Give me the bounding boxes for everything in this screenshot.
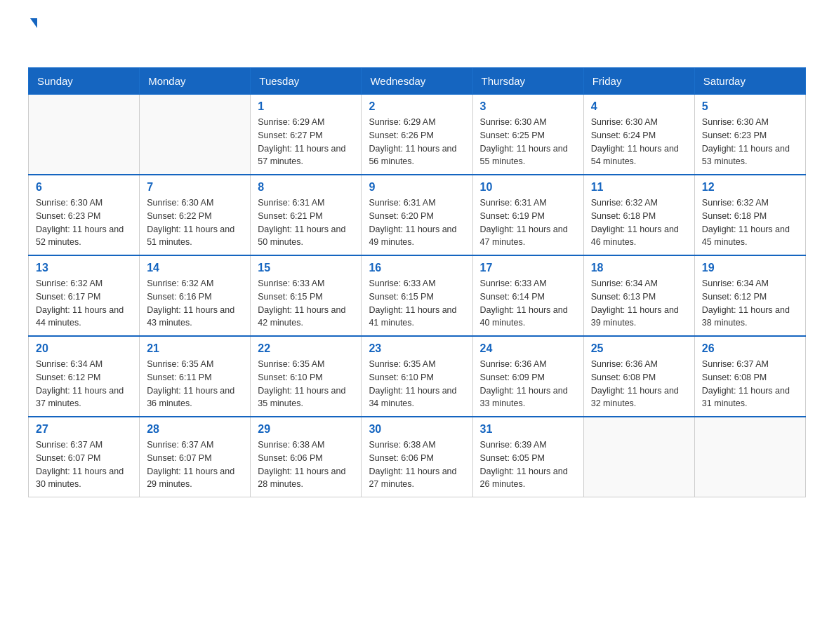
day-number: 6 [36, 181, 132, 194]
calendar-cell: 18Sunrise: 6:34 AMSunset: 6:13 PMDayligh… [583, 255, 694, 336]
calendar-week-5: 27Sunrise: 6:37 AMSunset: 6:07 PMDayligh… [29, 417, 806, 497]
calendar-cell: 16Sunrise: 6:33 AMSunset: 6:15 PMDayligh… [362, 255, 472, 336]
day-info: Sunrise: 6:29 AMSunset: 6:27 PMDaylight:… [258, 116, 354, 168]
calendar-cell: 9Sunrise: 6:31 AMSunset: 6:20 PMDaylight… [362, 175, 472, 255]
calendar-cell [29, 95, 140, 175]
calendar-cell [583, 417, 694, 497]
day-info: Sunrise: 6:33 AMSunset: 6:15 PMDaylight:… [258, 277, 354, 330]
header-cell-sunday: Sunday [29, 68, 140, 95]
calendar-week-2: 6Sunrise: 6:30 AMSunset: 6:23 PMDaylight… [29, 175, 806, 255]
day-info: Sunrise: 6:34 AMSunset: 6:12 PMDaylight:… [36, 358, 132, 410]
day-number: 27 [36, 423, 132, 436]
calendar-cell: 5Sunrise: 6:30 AMSunset: 6:23 PMDaylight… [694, 95, 805, 175]
day-number: 4 [591, 100, 687, 113]
logo-blue-text [28, 31, 31, 53]
calendar-cell: 15Sunrise: 6:33 AMSunset: 6:15 PMDayligh… [251, 255, 362, 336]
day-info: Sunrise: 6:32 AMSunset: 6:16 PMDaylight:… [147, 277, 243, 330]
day-info: Sunrise: 6:37 AMSunset: 6:07 PMDaylight:… [147, 438, 243, 491]
calendar-cell: 24Sunrise: 6:36 AMSunset: 6:09 PMDayligh… [472, 336, 583, 417]
day-info: Sunrise: 6:37 AMSunset: 6:08 PMDaylight:… [702, 358, 798, 410]
calendar-cell: 12Sunrise: 6:32 AMSunset: 6:18 PMDayligh… [694, 175, 805, 255]
day-number: 31 [480, 423, 576, 436]
calendar-week-1: 1Sunrise: 6:29 AMSunset: 6:27 PMDaylight… [29, 95, 806, 175]
day-number: 8 [258, 181, 354, 194]
calendar-cell: 30Sunrise: 6:38 AMSunset: 6:06 PMDayligh… [362, 417, 472, 497]
day-number: 18 [591, 262, 687, 274]
day-number: 2 [369, 100, 465, 113]
day-number: 15 [258, 262, 354, 274]
header-cell-saturday: Saturday [694, 68, 805, 95]
calendar-header: SundayMondayTuesdayWednesdayThursdayFrid… [29, 68, 806, 95]
calendar-cell: 13Sunrise: 6:32 AMSunset: 6:17 PMDayligh… [29, 255, 140, 336]
header-row: SundayMondayTuesdayWednesdayThursdayFrid… [29, 68, 806, 95]
calendar-cell: 2Sunrise: 6:29 AMSunset: 6:26 PMDaylight… [362, 95, 472, 175]
day-number: 23 [369, 342, 465, 355]
day-number: 12 [702, 181, 798, 194]
day-number: 29 [258, 423, 354, 436]
header-cell-friday: Friday [583, 68, 694, 95]
day-number: 30 [369, 423, 465, 436]
day-number: 20 [36, 342, 132, 355]
day-info: Sunrise: 6:31 AMSunset: 6:21 PMDaylight:… [258, 196, 354, 249]
day-number: 26 [702, 342, 798, 355]
day-number: 24 [480, 342, 576, 355]
day-info: Sunrise: 6:36 AMSunset: 6:08 PMDaylight:… [591, 358, 687, 410]
calendar-cell [694, 417, 805, 497]
calendar-cell: 1Sunrise: 6:29 AMSunset: 6:27 PMDaylight… [251, 95, 362, 175]
day-info: Sunrise: 6:38 AMSunset: 6:06 PMDaylight:… [258, 438, 354, 491]
calendar-cell: 28Sunrise: 6:37 AMSunset: 6:07 PMDayligh… [140, 417, 251, 497]
day-number: 13 [36, 262, 132, 274]
day-info: Sunrise: 6:38 AMSunset: 6:06 PMDaylight:… [369, 438, 465, 491]
day-number: 25 [591, 342, 687, 355]
day-number: 21 [147, 342, 243, 355]
day-info: Sunrise: 6:36 AMSunset: 6:09 PMDaylight:… [480, 358, 576, 410]
page-header [28, 21, 806, 53]
day-info: Sunrise: 6:30 AMSunset: 6:24 PMDaylight:… [591, 116, 687, 168]
calendar-cell: 14Sunrise: 6:32 AMSunset: 6:16 PMDayligh… [140, 255, 251, 336]
calendar-cell: 23Sunrise: 6:35 AMSunset: 6:10 PMDayligh… [362, 336, 472, 417]
calendar-cell: 20Sunrise: 6:34 AMSunset: 6:12 PMDayligh… [29, 336, 140, 417]
day-info: Sunrise: 6:34 AMSunset: 6:13 PMDaylight:… [591, 277, 687, 330]
logo [28, 21, 37, 53]
day-info: Sunrise: 6:30 AMSunset: 6:25 PMDaylight:… [480, 116, 576, 168]
calendar-table: SundayMondayTuesdayWednesdayThursdayFrid… [28, 67, 806, 497]
day-number: 17 [480, 262, 576, 274]
calendar-cell: 6Sunrise: 6:30 AMSunset: 6:23 PMDaylight… [29, 175, 140, 255]
calendar-week-4: 20Sunrise: 6:34 AMSunset: 6:12 PMDayligh… [29, 336, 806, 417]
calendar-cell: 22Sunrise: 6:35 AMSunset: 6:10 PMDayligh… [251, 336, 362, 417]
day-number: 9 [369, 181, 465, 194]
day-info: Sunrise: 6:33 AMSunset: 6:14 PMDaylight:… [480, 277, 576, 330]
day-info: Sunrise: 6:30 AMSunset: 6:23 PMDaylight:… [702, 116, 798, 168]
calendar-cell: 19Sunrise: 6:34 AMSunset: 6:12 PMDayligh… [694, 255, 805, 336]
calendar-cell: 27Sunrise: 6:37 AMSunset: 6:07 PMDayligh… [29, 417, 140, 497]
day-info: Sunrise: 6:35 AMSunset: 6:10 PMDaylight:… [258, 358, 354, 410]
day-number: 11 [591, 181, 687, 194]
day-info: Sunrise: 6:37 AMSunset: 6:07 PMDaylight:… [36, 438, 132, 491]
day-number: 22 [258, 342, 354, 355]
header-cell-tuesday: Tuesday [251, 68, 362, 95]
header-cell-monday: Monday [140, 68, 251, 95]
day-number: 7 [147, 181, 243, 194]
day-info: Sunrise: 6:29 AMSunset: 6:26 PMDaylight:… [369, 116, 465, 168]
calendar-cell: 11Sunrise: 6:32 AMSunset: 6:18 PMDayligh… [583, 175, 694, 255]
day-info: Sunrise: 6:32 AMSunset: 6:18 PMDaylight:… [591, 196, 687, 249]
day-number: 1 [258, 100, 354, 113]
calendar-cell [140, 95, 251, 175]
calendar-cell: 4Sunrise: 6:30 AMSunset: 6:24 PMDaylight… [583, 95, 694, 175]
day-number: 5 [702, 100, 798, 113]
day-info: Sunrise: 6:33 AMSunset: 6:15 PMDaylight:… [369, 277, 465, 330]
day-info: Sunrise: 6:35 AMSunset: 6:10 PMDaylight:… [369, 358, 465, 410]
day-info: Sunrise: 6:31 AMSunset: 6:19 PMDaylight:… [480, 196, 576, 249]
day-info: Sunrise: 6:31 AMSunset: 6:20 PMDaylight:… [369, 196, 465, 249]
calendar-cell: 8Sunrise: 6:31 AMSunset: 6:21 PMDaylight… [251, 175, 362, 255]
calendar-cell: 25Sunrise: 6:36 AMSunset: 6:08 PMDayligh… [583, 336, 694, 417]
header-cell-thursday: Thursday [472, 68, 583, 95]
day-info: Sunrise: 6:30 AMSunset: 6:23 PMDaylight:… [36, 196, 132, 249]
calendar-body: 1Sunrise: 6:29 AMSunset: 6:27 PMDaylight… [29, 95, 806, 497]
calendar-cell: 21Sunrise: 6:35 AMSunset: 6:11 PMDayligh… [140, 336, 251, 417]
calendar-cell: 7Sunrise: 6:30 AMSunset: 6:22 PMDaylight… [140, 175, 251, 255]
day-number: 16 [369, 262, 465, 274]
logo-arrow-icon [30, 18, 37, 28]
calendar-week-3: 13Sunrise: 6:32 AMSunset: 6:17 PMDayligh… [29, 255, 806, 336]
calendar-cell: 10Sunrise: 6:31 AMSunset: 6:19 PMDayligh… [472, 175, 583, 255]
